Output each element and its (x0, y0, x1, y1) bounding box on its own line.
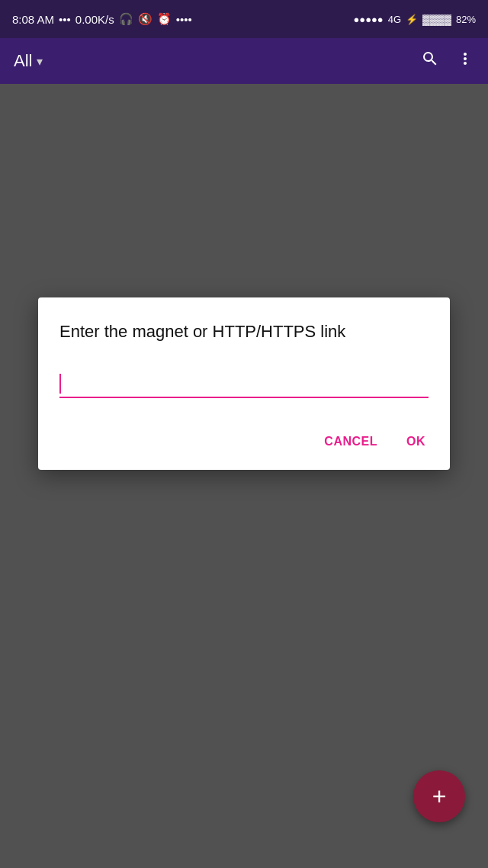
network-type: 4G (388, 14, 401, 25)
background-overlay (0, 84, 488, 868)
headphone-icon: 🎧 (119, 12, 133, 26)
dialog-title: Enter the magnet or HTTP/HTTPS link (59, 320, 429, 343)
battery-bolt: ⚡ (406, 14, 418, 25)
app-bar-actions (421, 50, 474, 72)
status-right: ●●●●● 4G ⚡ ▓▓▓▓ 82% (353, 14, 476, 25)
battery-percent: 82% (456, 14, 476, 25)
signal-bars: ●●●●● (353, 14, 383, 25)
time-display: 8:08 AM (12, 13, 54, 26)
network-speed: 0.00K/s (75, 13, 114, 26)
link-input[interactable] (59, 374, 429, 398)
ok-button[interactable]: OK (403, 429, 429, 455)
mute-icon: 🔇 (138, 12, 152, 26)
status-bar: 8:08 AM ••• 0.00K/s 🎧 🔇 ⏰ •••• ●●●●● 4G … (0, 0, 488, 38)
dropdown-chevron-icon[interactable]: ▾ (37, 54, 43, 69)
text-cursor (59, 374, 61, 394)
app-bar-title-section[interactable]: All ▾ (14, 51, 43, 71)
add-icon: + (432, 784, 447, 809)
app-bar: All ▾ (0, 38, 488, 84)
alarm-icon: ⏰ (157, 12, 172, 26)
battery-indicator: ▓▓▓▓ (422, 14, 451, 25)
dialog-actions: CANCEL OK (59, 426, 429, 455)
cancel-button[interactable]: CANCEL (321, 429, 380, 455)
status-left: 8:08 AM ••• 0.00K/s 🎧 🔇 ⏰ •••• (12, 12, 192, 26)
add-fab-button[interactable]: + (413, 770, 465, 822)
app-title: All (14, 51, 32, 71)
overflow-menu-icon[interactable] (456, 50, 474, 72)
link-input-wrapper (59, 374, 429, 398)
link-entry-dialog: Enter the magnet or HTTP/HTTPS link CANC… (38, 297, 450, 470)
signal-dots: •••• (176, 13, 192, 26)
dots-icon: ••• (59, 13, 71, 26)
search-icon[interactable] (421, 50, 439, 72)
